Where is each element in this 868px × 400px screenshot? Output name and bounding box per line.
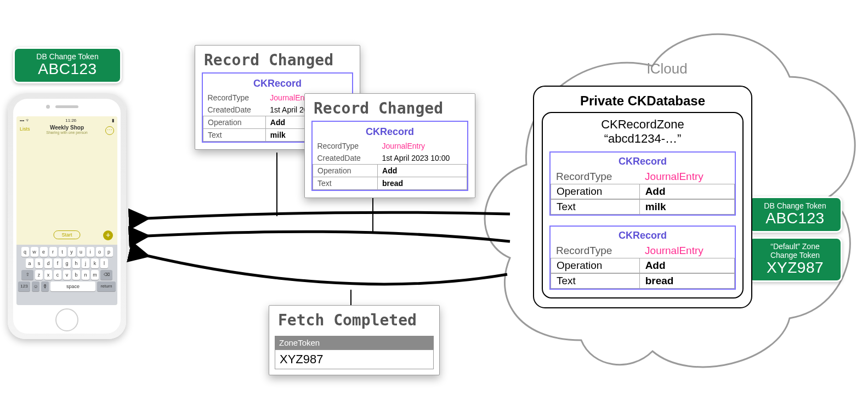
db-title: Private CKDatabase xyxy=(542,93,744,109)
field-value: Add xyxy=(640,258,734,273)
keyboard-key[interactable]: s xyxy=(35,258,43,268)
ckrecordzone: CKRecordZone “abcd1234-…” CKRecordRecord… xyxy=(542,112,744,298)
field-label: CreatedDate xyxy=(313,152,378,165)
lists-link[interactable]: Lists xyxy=(20,126,30,132)
keyboard-key[interactable]: c xyxy=(54,270,61,280)
field-label: Operation xyxy=(313,165,378,177)
field-label: RecordType xyxy=(551,170,639,184)
ckrecord-label: CKRecord xyxy=(313,126,467,140)
field-label: Text xyxy=(551,200,640,214)
card-title: Record Changed xyxy=(195,46,360,72)
token-caption: “Default” Zone Change Token xyxy=(759,242,831,260)
field-value: JournalEntry xyxy=(378,140,467,152)
keyboard-key[interactable]: return xyxy=(97,281,116,291)
keyboard-key[interactable]: ☺ xyxy=(32,281,39,291)
ckrecord: CKRecordRecordTypeJournalEntryOperationA… xyxy=(549,226,736,290)
zonetoken-box: ZoneToken XYZ987 xyxy=(275,336,434,369)
keyboard-key[interactable]: 🎙 xyxy=(41,281,49,291)
keyboard-key[interactable]: a xyxy=(26,258,33,268)
field-label: Operation xyxy=(203,116,266,129)
card-title: Record Changed xyxy=(305,94,475,121)
field-label: RecordType xyxy=(313,140,378,152)
zonetoken-value: XYZ987 xyxy=(275,350,434,369)
field-value: JournalEntry xyxy=(639,244,735,258)
field-label: Operation xyxy=(551,184,640,199)
keyboard-key[interactable]: f xyxy=(54,258,61,268)
keyboard-key[interactable]: r xyxy=(49,247,57,257)
token-caption: DB Change Token xyxy=(759,201,831,210)
more-icon[interactable]: ⋯ xyxy=(105,126,114,135)
keyboard-key[interactable]: q xyxy=(21,247,29,257)
start-button[interactable]: Start xyxy=(53,230,80,239)
field-value: Add xyxy=(640,184,734,199)
keyboard-key[interactable]: d xyxy=(44,258,52,268)
keyboard-key[interactable]: v xyxy=(63,270,71,280)
field-label: Text xyxy=(313,177,378,190)
status-bar: ••• ᯤ 11:26 ▮ xyxy=(16,116,117,125)
keyboard-key[interactable]: e xyxy=(40,247,48,257)
keyboard-key[interactable]: l xyxy=(100,258,108,268)
home-button[interactable] xyxy=(55,308,78,331)
note-header: Weekly Shop Sharing with one person xyxy=(16,125,117,134)
ckrecord-label: CKRecord xyxy=(203,78,352,92)
zone-change-token-right: “Default” Zone Change Token XYZ987 xyxy=(748,237,842,282)
field-value: Add xyxy=(378,165,467,177)
keyboard-key[interactable]: j xyxy=(82,258,89,268)
keyboard-key[interactable]: t xyxy=(59,247,66,257)
keyboard-key[interactable]: p xyxy=(105,247,113,257)
field-label: Text xyxy=(551,274,640,288)
keyboard-key[interactable]: w xyxy=(31,247,38,257)
iphone-device: ••• ᯤ 11:26 ▮ Lists ⋯ Weekly Shop Sharin… xyxy=(8,93,126,339)
keyboard-key[interactable]: y xyxy=(68,247,76,257)
zone-title: CKRecordZone “abcd1234-…” xyxy=(549,117,736,146)
ckrecord-label: CKRecord xyxy=(551,156,735,167)
keyboard-key[interactable]: m xyxy=(91,270,99,280)
token-caption: DB Change Token xyxy=(25,52,110,61)
token-value: XYZ987 xyxy=(759,260,831,276)
keyboard-key[interactable]: g xyxy=(63,258,71,268)
field-label: CreatedDate xyxy=(203,104,266,116)
phone-speaker xyxy=(55,105,78,108)
note-title: Weekly Shop xyxy=(20,125,114,131)
field-value: bread xyxy=(640,274,734,288)
keyboard-key[interactable]: ⇧ xyxy=(21,270,33,280)
ckrecord-box: CKRecord RecordTypeJournalEntryCreatedDa… xyxy=(311,121,468,191)
status-time: 11:26 xyxy=(65,118,76,123)
field-label: Operation xyxy=(551,258,640,273)
keyboard-key[interactable]: space xyxy=(50,281,95,291)
ckrecord-table: RecordTypeJournalEntryCreatedDate1st Apr… xyxy=(313,140,467,190)
note-subtitle: Sharing with one person xyxy=(20,131,114,134)
ckrecord: CKRecordRecordTypeJournalEntryOperationA… xyxy=(549,151,736,216)
field-value: JournalEntry xyxy=(639,170,735,184)
record-changed-card-2: Record Changed CKRecord RecordTypeJourna… xyxy=(304,93,475,198)
field-label: Text xyxy=(203,129,266,142)
keyboard[interactable]: qwertyuiop asdfghjkl ⇧zxcvbnm⌫ 123☺🎙spac… xyxy=(16,245,117,305)
cloud-label: iCloud xyxy=(647,60,688,77)
keyboard-key[interactable]: h xyxy=(72,258,80,268)
field-value: 1st April 2023 10:00 xyxy=(378,152,467,165)
keyboard-key[interactable]: o xyxy=(96,247,104,257)
keyboard-key[interactable]: b xyxy=(72,270,80,280)
keyboard-key[interactable]: i xyxy=(87,247,94,257)
keyboard-key[interactable]: ⌫ xyxy=(100,270,112,280)
keyboard-key[interactable]: k xyxy=(91,258,99,268)
status-battery: ▮ xyxy=(112,118,114,123)
keyboard-key[interactable]: z xyxy=(35,270,43,280)
field-label: RecordType xyxy=(551,244,639,258)
add-button[interactable]: + xyxy=(103,230,113,240)
token-value: ABC123 xyxy=(759,210,831,227)
diagram-stage: iCloud DB Change Token ABC123 DB Change … xyxy=(0,0,868,400)
ckrecord-label: CKRecord xyxy=(551,230,735,241)
private-ckdatabase: Private CKDatabase CKRecordZone “abcd123… xyxy=(533,86,752,308)
phone-camera xyxy=(46,105,50,109)
keyboard-key[interactable]: u xyxy=(77,247,85,257)
keyboard-key[interactable]: 123 xyxy=(18,281,30,291)
keyboard-key[interactable]: x xyxy=(44,270,52,280)
card-title: Fetch Completed xyxy=(269,306,439,333)
phone-screen: ••• ᯤ 11:26 ▮ Lists ⋯ Weekly Shop Sharin… xyxy=(16,116,117,305)
token-value: ABC123 xyxy=(25,61,110,77)
keyboard-key[interactable]: n xyxy=(82,270,89,280)
db-change-token-right: DB Change Token ABC123 xyxy=(748,196,842,233)
db-change-token-top: DB Change Token ABC123 xyxy=(13,47,122,83)
field-value: milk xyxy=(640,200,734,214)
